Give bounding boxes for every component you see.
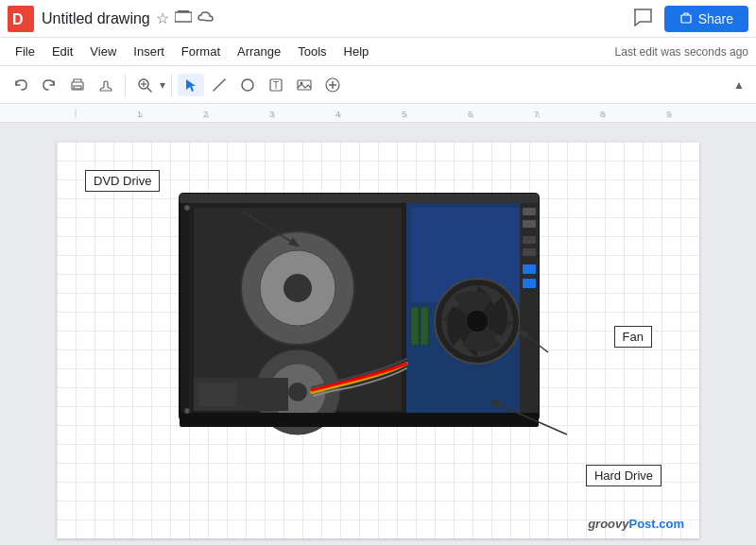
svg-point-45 <box>284 274 312 302</box>
select-tool[interactable] <box>178 74 204 96</box>
menu-edit[interactable]: Edit <box>44 41 80 62</box>
collapse-button[interactable]: ▲ <box>730 75 748 95</box>
image-tool[interactable] <box>291 74 318 96</box>
svg-rect-59 <box>523 236 536 244</box>
undo-button[interactable] <box>8 74 34 96</box>
svg-point-12 <box>242 79 253 91</box>
svg-rect-61 <box>523 264 536 274</box>
document-title[interactable]: Untitled drawing <box>42 10 150 27</box>
svg-rect-55 <box>421 307 428 345</box>
line-tool[interactable] <box>206 74 232 96</box>
svg-text:9: 9 <box>666 110 671 119</box>
svg-text:6: 6 <box>468 110 472 119</box>
separator-1 <box>125 74 126 96</box>
zoom-button[interactable] <box>131 74 158 96</box>
shape-tool[interactable] <box>234 74 261 96</box>
svg-text:7: 7 <box>534 110 539 119</box>
zoom-level: ▾ <box>160 78 165 92</box>
svg-point-48 <box>288 383 307 401</box>
svg-rect-57 <box>523 208 536 215</box>
svg-text:1: 1 <box>137 110 142 119</box>
svg-rect-66 <box>180 194 539 203</box>
svg-text:D: D <box>12 11 24 27</box>
watermark-suffix: Post.com <box>628 517 684 531</box>
title-bar: D Untitled drawing ☆ Share <box>0 0 756 38</box>
svg-text:8: 8 <box>600 110 605 119</box>
menu-insert[interactable]: Insert <box>126 41 172 62</box>
svg-rect-2 <box>175 12 192 22</box>
fan-label[interactable]: Fan <box>614 326 652 348</box>
svg-rect-65 <box>180 413 539 427</box>
menu-arrange[interactable]: Arrange <box>230 41 288 62</box>
ruler: 1 2 3 4 5 6 7 8 9 <box>0 104 756 123</box>
svg-rect-54 <box>411 307 419 345</box>
comment-button[interactable] <box>628 4 657 33</box>
svg-rect-64 <box>198 383 236 406</box>
menu-view[interactable]: View <box>82 41 124 62</box>
svg-rect-60 <box>523 248 536 256</box>
cloud-icon <box>198 10 215 27</box>
svg-line-8 <box>147 88 151 92</box>
svg-rect-4 <box>681 15 691 23</box>
title-icons: ☆ <box>156 9 215 27</box>
svg-text:2: 2 <box>203 110 208 119</box>
share-button[interactable]: Share <box>664 6 748 32</box>
menu-bar: File Edit View Insert Format Arrange Too… <box>0 38 756 66</box>
menu-tools[interactable]: Tools <box>290 41 334 62</box>
computer-illustration <box>161 175 558 468</box>
paint-button[interactable] <box>93 74 119 96</box>
svg-point-68 <box>184 408 190 414</box>
svg-text:5: 5 <box>402 110 406 119</box>
star-icon[interactable]: ☆ <box>156 9 169 27</box>
hard-drive-label[interactable]: Hard Drive <box>586 465 662 486</box>
app-logo: D <box>8 6 34 32</box>
text-tool[interactable]: T <box>263 74 289 96</box>
svg-rect-58 <box>523 220 536 228</box>
drive-icon <box>175 10 192 27</box>
redo-button[interactable] <box>36 74 62 96</box>
svg-rect-15 <box>298 80 311 90</box>
svg-text:3: 3 <box>269 110 274 119</box>
dvd-drive-label[interactable]: DVD Drive <box>85 170 160 192</box>
svg-rect-3 <box>178 10 189 12</box>
svg-text:4: 4 <box>335 110 340 119</box>
watermark-prefix: groovy <box>588 517 628 531</box>
header-right: Share <box>628 4 748 33</box>
menu-help[interactable]: Help <box>336 41 377 62</box>
canvas-area[interactable]: DVD Drive Fan Hard Drive groovyPost.com <box>0 123 756 545</box>
svg-line-11 <box>214 79 225 91</box>
svg-point-67 <box>184 205 190 211</box>
toolbar: ▾ T ▲ <box>0 66 756 104</box>
share-label: Share <box>698 11 733 26</box>
svg-rect-56 <box>520 201 539 414</box>
svg-rect-20 <box>0 104 756 123</box>
main-area: DVD Drive Fan Hard Drive groovyPost.com <box>0 123 756 545</box>
svg-point-53 <box>466 310 489 332</box>
menu-file[interactable]: File <box>8 41 43 62</box>
menu-format[interactable]: Format <box>174 41 228 62</box>
print-button[interactable] <box>64 74 91 96</box>
separator-2 <box>171 74 172 96</box>
svg-text:T: T <box>273 80 279 91</box>
svg-rect-62 <box>523 279 536 288</box>
last-edit-status: Last edit was seconds ago <box>615 45 748 59</box>
watermark: groovyPost.com <box>588 517 684 531</box>
add-button[interactable] <box>319 74 346 96</box>
svg-rect-6 <box>74 86 81 89</box>
drawing-surface[interactable]: DVD Drive Fan Hard Drive groovyPost.com <box>57 142 699 538</box>
